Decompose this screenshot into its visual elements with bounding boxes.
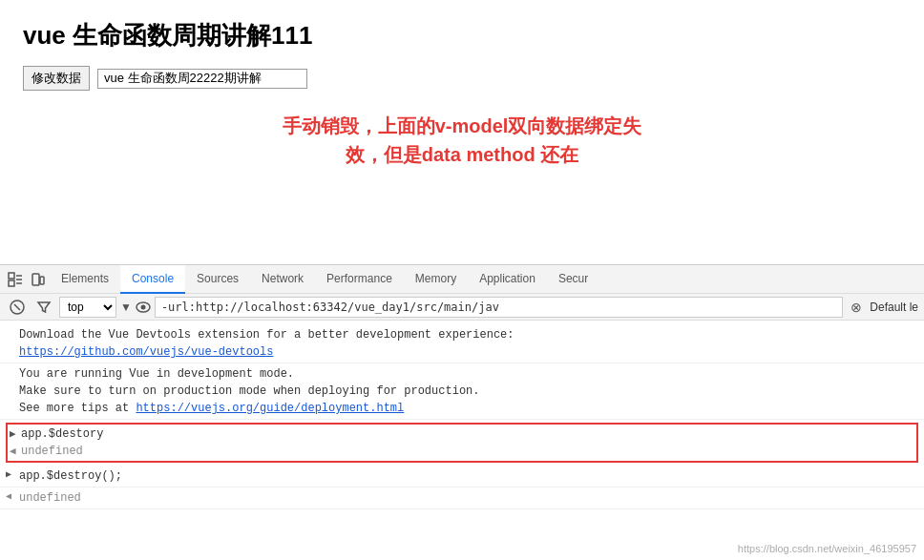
context-selector[interactable]: top xyxy=(59,297,116,318)
svg-point-10 xyxy=(140,304,145,309)
console-line-undefined2: ◀ undefined xyxy=(0,487,924,509)
console-line-destroy: ▶ app.$destroy(); xyxy=(0,466,924,487)
url-clear-btn[interactable]: ⊗ xyxy=(847,298,866,317)
tab-elements[interactable]: Elements xyxy=(50,265,120,294)
devtools-tabs: Elements Console Sources Network Perform… xyxy=(50,265,599,294)
default-label: Default le xyxy=(870,301,918,314)
modify-data-button[interactable]: 修改数据 xyxy=(23,66,90,91)
highlighted-block: ▶ app.$destory ◀ undefined xyxy=(6,423,918,463)
devtools-tabbar: Elements Console Sources Network Perform… xyxy=(0,265,924,294)
console-output: Download the Vue Devtools extension for … xyxy=(0,321,924,560)
console-url-input[interactable] xyxy=(155,297,843,318)
inspector-icon[interactable] xyxy=(4,268,27,291)
devtools-panel: Elements Console Sources Network Perform… xyxy=(0,264,924,560)
page-content: vue 生命函数周期讲解111 修改数据 手动销毁，上面的v-model双向数据… xyxy=(0,0,924,186)
arrow-right-destory: ▶ xyxy=(10,427,16,440)
tab-application[interactable]: Application xyxy=(468,265,547,294)
annotation-text: 手动销毁，上面的v-model双向数据绑定失 效，但是data method 还… xyxy=(23,102,901,176)
tab-sources[interactable]: Sources xyxy=(185,265,250,294)
svg-rect-0 xyxy=(9,273,14,279)
page-title: vue 生命函数周期讲解111 xyxy=(23,19,901,52)
arrow-right-destroy: ▶ xyxy=(6,467,11,482)
console-filter-btn[interactable] xyxy=(32,298,55,317)
svg-rect-4 xyxy=(9,280,14,286)
console-line-destory: ▶ app.$destory xyxy=(21,425,913,443)
console-line: Download the Vue Devtools extension for … xyxy=(0,324,924,363)
eye-toggle[interactable] xyxy=(136,300,151,315)
devtools-link[interactable]: https://github.com/vuejs/vue-devtools xyxy=(19,345,273,359)
deployment-link[interactable]: https://vuejs.org/guide/deployment.html xyxy=(136,402,404,415)
console-clear-btn[interactable] xyxy=(6,298,29,317)
device-icon[interactable] xyxy=(27,268,50,291)
data-input[interactable] xyxy=(97,69,307,89)
tab-performance[interactable]: Performance xyxy=(315,265,404,294)
page-controls: 修改数据 xyxy=(23,66,901,91)
tab-console[interactable]: Console xyxy=(120,265,185,294)
arrow-left-undefined2: ◀ xyxy=(6,489,11,504)
console-line: You are running Vue in development mode.… xyxy=(0,363,924,420)
console-toolbar: top ▼ ⊗ Default le xyxy=(0,294,924,321)
arrow-left-undefined1: ◀ xyxy=(10,445,16,457)
watermark: https://blog.csdn.net/weixin_46195957 xyxy=(738,543,916,554)
svg-rect-6 xyxy=(40,277,44,284)
svg-rect-5 xyxy=(32,274,39,285)
tab-security[interactable]: Secur xyxy=(547,265,599,294)
tab-memory[interactable]: Memory xyxy=(404,265,468,294)
svg-line-8 xyxy=(14,304,20,310)
tab-network[interactable]: Network xyxy=(250,265,315,294)
console-line-undefined1: ◀ undefined xyxy=(21,443,913,460)
